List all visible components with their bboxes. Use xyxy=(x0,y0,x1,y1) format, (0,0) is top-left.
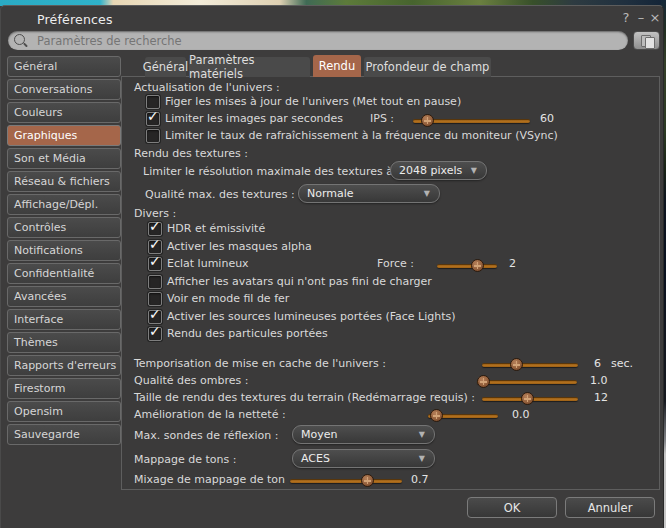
glow-strength-slider[interactable] xyxy=(437,264,497,268)
window-title: Préférences xyxy=(37,12,113,27)
ok-button[interactable]: OK xyxy=(467,497,557,518)
sidebar-item-advanced[interactable]: Avancées xyxy=(7,286,121,307)
sidebar-item-network-files[interactable]: Réseau & fichiers xyxy=(7,171,121,192)
terrain-texture-size-knob[interactable] xyxy=(521,392,534,405)
check-icon: ✓ xyxy=(147,108,159,124)
max-texture-resolution-dropdown[interactable]: 2048 pixels ▼ xyxy=(390,161,487,180)
shadow-quality-knob[interactable] xyxy=(477,375,490,388)
cache-timeout-slider[interactable] xyxy=(482,363,578,367)
check-icon: ✓ xyxy=(149,323,161,339)
search-input[interactable] xyxy=(35,32,599,50)
copy-settings-button[interactable] xyxy=(633,31,660,50)
sidebar-item-general[interactable]: Général xyxy=(7,56,121,77)
reflection-probes-dropdown[interactable]: Moyen ▼ xyxy=(292,425,435,444)
glow-strength-knob[interactable] xyxy=(471,259,484,272)
sharpening-label: Amélioration de la netteté : xyxy=(134,408,286,421)
sidebar-item-conversations[interactable]: Conversations xyxy=(7,79,121,100)
terrain-texture-size-value: 12 xyxy=(594,391,608,404)
search-field[interactable] xyxy=(8,31,628,50)
fps-slider-knob[interactable] xyxy=(421,114,434,127)
sidebar-item-colors[interactable]: Couleurs xyxy=(7,102,121,123)
vsync-checkbox[interactable]: ✓ xyxy=(146,129,160,143)
chevron-down-icon: ▼ xyxy=(419,430,434,439)
sidebar: Général Conversations Couleurs Graphique… xyxy=(7,56,121,445)
glow-checkbox[interactable]: ✓ xyxy=(148,257,162,271)
check-icon: ✓ xyxy=(149,236,161,252)
sidebar-item-firestorm[interactable]: Firestorm xyxy=(7,378,121,399)
fps-slider[interactable] xyxy=(413,119,530,123)
tone-mix-slider[interactable] xyxy=(290,479,402,483)
limit-fps-checkbox[interactable]: ✓ xyxy=(146,112,160,126)
terrain-texture-size-slider[interactable] xyxy=(482,397,578,401)
chevron-down-icon: ▼ xyxy=(419,454,434,463)
fps-slider-label: IPS : xyxy=(370,112,394,125)
tab-general[interactable]: Général xyxy=(145,57,186,77)
tone-mix-value: 0.7 xyxy=(411,473,429,486)
cache-timeout-label: Temporisation de mise en cache de l'univ… xyxy=(134,357,386,370)
cancel-button[interactable]: Annuler xyxy=(565,497,655,518)
reflection-probes-label: Max. sondes de réflexion : xyxy=(134,429,278,442)
close-icon[interactable]: × xyxy=(648,10,662,25)
cache-timeout-value: 6 xyxy=(594,357,601,370)
terrain-texture-size-label: Taille de rendu des textures du terrain … xyxy=(134,391,475,404)
glow-strength-value: 2 xyxy=(509,257,516,270)
face-lights-checkbox[interactable]: ✓ xyxy=(148,310,162,324)
sidebar-item-backup[interactable]: Sauvegarde xyxy=(7,424,121,445)
check-icon: ✓ xyxy=(149,218,161,234)
attached-particles-checkbox[interactable]: ✓ xyxy=(148,327,162,341)
sidebar-item-interface[interactable]: Interface xyxy=(7,309,121,330)
cache-timeout-knob[interactable] xyxy=(510,358,523,371)
unfinished-avatars-checkbox[interactable]: ✓ xyxy=(148,275,162,289)
help-icon[interactable]: ? xyxy=(619,10,633,25)
shadow-quality-label: Qualité des ombres : xyxy=(134,374,248,387)
max-texture-quality-dropdown[interactable]: Normale ▼ xyxy=(298,184,440,203)
sidebar-item-notifications[interactable]: Notifications xyxy=(7,240,121,261)
chevron-down-icon: ▼ xyxy=(424,189,439,198)
wireframe-checkbox[interactable]: ✓ xyxy=(148,292,162,306)
minimize-icon[interactable]: – xyxy=(634,10,648,25)
tone-mapping-dropdown[interactable]: ACES ▼ xyxy=(292,449,435,468)
sidebar-item-privacy[interactable]: Confidentialité xyxy=(7,263,121,284)
sharpening-knob[interactable] xyxy=(430,409,443,422)
fps-value: 60 xyxy=(540,112,554,125)
sharpening-slider[interactable] xyxy=(428,414,498,418)
search-icon xyxy=(14,34,25,45)
hdr-checkbox[interactable]: ✓ xyxy=(148,222,162,236)
tab-hardware-settings[interactable]: Paramètres matériels xyxy=(189,57,310,77)
check-icon: ✓ xyxy=(149,306,161,322)
section-texture-rendering: Rendu des textures : xyxy=(134,147,248,160)
glow-strength-label: Force : xyxy=(377,257,414,270)
cache-timeout-unit: sec. xyxy=(611,357,633,370)
sharpening-value: 0.0 xyxy=(512,408,530,421)
tab-rendering[interactable]: Rendu xyxy=(313,55,361,77)
shadow-quality-slider[interactable] xyxy=(477,380,577,384)
tab-depth-of-field[interactable]: Profondeur de champ xyxy=(364,57,491,77)
sidebar-item-display-movement[interactable]: Affichage/Dépl. xyxy=(7,194,121,215)
tone-mix-knob[interactable] xyxy=(361,474,374,487)
sidebar-item-sound-media[interactable]: Son et Média xyxy=(7,148,121,169)
sidebar-item-opensim[interactable]: Opensim xyxy=(7,401,121,422)
max-texture-resolution-label: Limiter le résolution maximale des textu… xyxy=(143,165,400,178)
shadow-quality-value: 1.0 xyxy=(590,374,608,387)
sidebar-item-error-reports[interactable]: Rapports d'erreurs xyxy=(7,355,121,376)
section-world-updates: Actualisation de l'univers : xyxy=(134,81,280,94)
tone-mapping-label: Mappage de tons : xyxy=(134,453,236,466)
max-texture-quality-label: Qualité max. des textures : xyxy=(145,188,295,201)
sidebar-item-themes[interactable]: Thèmes xyxy=(7,332,121,353)
check-icon: ✓ xyxy=(149,253,161,269)
chevron-down-icon: ▼ xyxy=(471,166,486,175)
freeze-world-checkbox[interactable]: ✓ xyxy=(146,95,160,109)
tone-mix-label: Mixage de mappage de ton xyxy=(134,473,285,486)
alpha-masks-checkbox[interactable]: ✓ xyxy=(148,240,162,254)
sidebar-item-controls[interactable]: Contrôles xyxy=(7,217,121,238)
sidebar-item-graphics[interactable]: Graphiques xyxy=(7,125,121,146)
